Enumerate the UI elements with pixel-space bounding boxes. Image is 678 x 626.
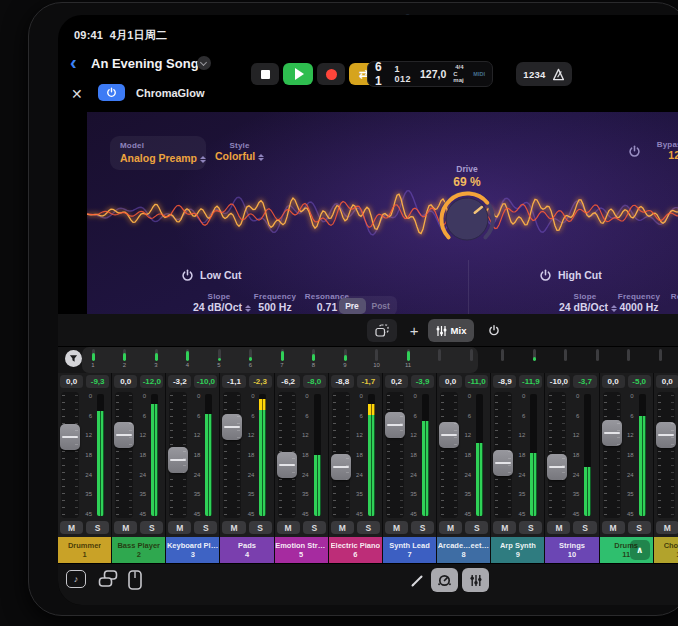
pan-volume-value[interactable]: -6,2 <box>277 375 300 388</box>
pan-volume-value[interactable]: 0,0 <box>656 375 678 388</box>
browsers-button[interactable]: ♪ <box>66 570 86 588</box>
solo-button[interactable]: S <box>303 521 326 534</box>
back-button[interactable]: ‹ <box>70 55 77 69</box>
solo-button[interactable]: S <box>357 521 380 534</box>
fader-handle[interactable] <box>493 450 513 476</box>
high-cut-frequency[interactable]: Frequency 4000 Hz <box>613 292 665 313</box>
mute-button[interactable]: M <box>277 521 300 534</box>
track-name-plate[interactable]: Bass Player 2 <box>112 537 165 563</box>
bypass-power-icon[interactable] <box>628 145 641 158</box>
filter-tracks-button[interactable] <box>65 350 82 367</box>
mix-button[interactable]: Mix <box>428 319 474 342</box>
mute-button[interactable]: M <box>60 521 83 534</box>
fader-handle[interactable] <box>168 447 188 473</box>
mute-button[interactable]: M <box>493 521 516 534</box>
low-cut-frequency[interactable]: Frequency 500 Hz <box>251 292 299 313</box>
fader-handle[interactable] <box>277 452 297 478</box>
pan-volume-value[interactable]: -3,2 <box>168 375 191 388</box>
fader-handle[interactable] <box>602 420 622 446</box>
solo-button[interactable]: S <box>465 521 488 534</box>
regions-button[interactable] <box>367 319 397 342</box>
fader-track[interactable] <box>61 392 79 518</box>
pan-volume-value[interactable]: 0,0 <box>114 375 137 388</box>
fader-track[interactable] <box>223 392 241 518</box>
fader-track[interactable] <box>386 392 404 518</box>
pan-volume-value[interactable]: 0,2 <box>385 375 408 388</box>
fader-track[interactable] <box>548 392 566 518</box>
fader-handle[interactable] <box>547 454 567 480</box>
mute-button[interactable]: M <box>547 521 570 534</box>
style-selector[interactable]: Style Colorful <box>215 141 264 162</box>
mute-button[interactable]: M <box>168 521 191 534</box>
solo-button[interactable]: S <box>249 521 272 534</box>
track-name-plate[interactable]: Arcade…eet Pad 8 <box>437 537 490 563</box>
solo-button[interactable]: S <box>411 521 434 534</box>
solo-button[interactable]: S <box>519 521 542 534</box>
high-cut-resonance[interactable]: Resonance 0.71 <box>669 292 678 313</box>
track-name-plate[interactable]: Electric Piano 6 <box>329 537 382 563</box>
edit-button[interactable] <box>410 573 425 588</box>
play-button[interactable] <box>283 63 313 85</box>
fader-track[interactable] <box>169 392 187 518</box>
mixer-power-button[interactable] <box>482 319 506 342</box>
fader-handle[interactable] <box>60 424 80 450</box>
track-name-plate[interactable]: Drummer 1 <box>58 537 111 563</box>
fader-track[interactable] <box>278 392 296 518</box>
mute-button[interactable]: M <box>331 521 354 534</box>
mixer-view-button[interactable] <box>462 568 489 592</box>
stop-button[interactable] <box>251 63 279 85</box>
plugin-power-button[interactable] <box>98 84 125 101</box>
metronome-icon[interactable] <box>552 68 565 81</box>
fader-track[interactable] <box>494 392 512 518</box>
track-name-plate[interactable]: Strings 10 <box>545 537 598 563</box>
plugins-button[interactable] <box>98 570 118 588</box>
solo-button[interactable]: S <box>194 521 217 534</box>
low-cut-slope[interactable]: Slope 24 dB/Oct <box>193 292 245 313</box>
mute-button[interactable]: M <box>385 521 408 534</box>
record-button[interactable] <box>317 63 345 85</box>
count-in-button[interactable]: 1234 <box>523 69 545 80</box>
solo-button[interactable]: S <box>86 521 109 534</box>
mute-button[interactable]: M <box>222 521 245 534</box>
track-name-plate[interactable]: Keyboard Player 3 <box>166 537 219 563</box>
pan-volume-value[interactable]: -10,0 <box>547 375 570 388</box>
track-name-plate[interactable]: Pads 4 <box>220 537 273 563</box>
fader-handle[interactable] <box>385 412 405 438</box>
high-cut-slope[interactable]: Slope 24 dB/Oct <box>559 292 611 313</box>
pan-volume-value[interactable]: 0,0 <box>60 375 83 388</box>
fader-handle[interactable] <box>656 422 676 448</box>
pan-volume-value[interactable]: 0,0 <box>439 375 462 388</box>
track-name-plate[interactable]: Chorus V 12 <box>654 537 678 563</box>
bypass-below-control[interactable]: Bypass Below 120 Hz <box>647 140 678 161</box>
mute-button[interactable]: M <box>439 521 462 534</box>
mute-button[interactable]: M <box>114 521 137 534</box>
song-title[interactable]: An Evening Song <box>91 56 199 71</box>
track-name-plate[interactable]: Emotion Strings 5 <box>275 537 328 563</box>
controls-view-button[interactable] <box>431 568 458 592</box>
pan-volume-value[interactable]: 0,0 <box>602 375 625 388</box>
fader-handle[interactable] <box>114 422 134 448</box>
mute-button[interactable]: M <box>602 521 625 534</box>
fader-track[interactable] <box>657 392 675 518</box>
solo-button[interactable]: S <box>140 521 163 534</box>
low-cut-power-icon[interactable] <box>181 269 194 282</box>
fader-track[interactable] <box>603 392 621 518</box>
fader-handle[interactable] <box>222 414 242 440</box>
track-name-plate[interactable]: Synth Lead 7 <box>383 537 436 563</box>
lcd-display[interactable]: 6 1 1 012 127,0 4/4 C maj MIDI <box>367 61 493 87</box>
fader-track[interactable] <box>115 392 133 518</box>
solo-button[interactable]: S <box>628 521 651 534</box>
collapse-stack-button[interactable]: ∧ <box>630 540 650 560</box>
high-cut-power-icon[interactable] <box>539 269 552 282</box>
low-cut-post-button[interactable]: Post <box>366 298 396 314</box>
close-plugin-button[interactable]: ✕ <box>71 86 83 102</box>
solo-button[interactable]: S <box>573 521 596 534</box>
model-selector[interactable]: Model Analog Preamp <box>110 136 206 170</box>
track-name-plate[interactable]: Arp Synth 9 <box>491 537 544 563</box>
song-menu-button[interactable] <box>197 56 211 70</box>
add-track-button[interactable]: + <box>404 319 424 342</box>
low-cut-pre-button[interactable]: Pre <box>339 298 366 314</box>
pan-volume-value[interactable]: -8,8 <box>331 375 354 388</box>
fader-handle[interactable] <box>439 422 459 448</box>
play-surface-button[interactable] <box>128 570 142 590</box>
